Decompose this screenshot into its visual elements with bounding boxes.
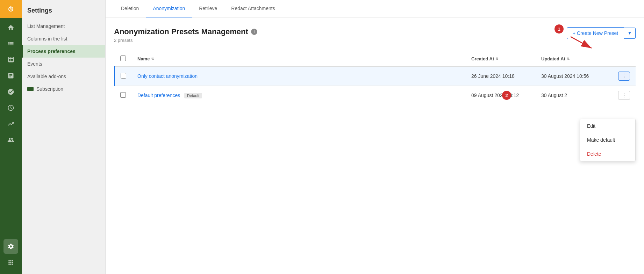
create-preset-dropdown-button[interactable]: ▼: [624, 28, 636, 39]
row-updated-cell: 30 August 2024 10:56: [536, 67, 613, 86]
content-area: Anonymization Presets Management i 2 pre…: [106, 17, 644, 274]
actions-dropdown-menu: Edit Make default Delete: [580, 119, 636, 161]
sidebar-item-process-preferences[interactable]: Process preferences: [22, 45, 105, 58]
tab-anonymization[interactable]: Anonymization: [146, 0, 192, 17]
preset-link-2[interactable]: Default preferences: [137, 92, 180, 98]
row-actions-button-2[interactable]: ⋮: [618, 91, 630, 100]
name-sort-icon[interactable]: ⇅: [151, 57, 154, 61]
preset-count: 2 presets: [114, 38, 257, 43]
th-updated-at: Updated At ⇅: [536, 51, 613, 67]
content-header: Anonymization Presets Management i 2 pre…: [114, 27, 636, 43]
select-all-checkbox[interactable]: [120, 55, 126, 61]
preset-link-1[interactable]: Only contact anonymization: [137, 73, 198, 79]
sidebar-item-columns-in-list[interactable]: Columns in the list: [22, 32, 105, 45]
row-checkbox-cell: [115, 86, 132, 105]
row-updated-cell: 30 August 2: [536, 86, 613, 105]
nav-settings-icon[interactable]: [3, 239, 18, 254]
subscription-icon: [27, 87, 34, 91]
created-sort-icon[interactable]: ⇅: [495, 57, 498, 61]
dropdown-item-edit[interactable]: Edit: [580, 119, 635, 133]
info-icon[interactable]: i: [251, 29, 257, 35]
header-actions: + Create New Preset ▼: [567, 27, 636, 39]
sidebar: Settings List Management Columns in the …: [22, 0, 106, 274]
icon-bar: [0, 0, 22, 274]
table-row: Only contact anonymization 26 June 2024 …: [115, 67, 636, 86]
nav-contact-icon[interactable]: [3, 84, 18, 99]
dropdown-item-delete[interactable]: Delete: [580, 147, 635, 161]
row-created-cell: 09 August 2023 08:12: [466, 86, 536, 105]
th-checkbox: [115, 51, 132, 67]
nav-home-icon[interactable]: [3, 20, 18, 35]
sidebar-item-list-management[interactable]: List Management: [22, 20, 105, 32]
row-created-cell: 26 June 2024 10:18: [466, 67, 536, 86]
th-created-at: Created At ⇅: [466, 51, 536, 67]
tab-retrieve[interactable]: Retrieve: [192, 0, 224, 17]
row-actions-cell: ⋮: [613, 86, 636, 105]
nav-clock-icon[interactable]: [3, 101, 18, 115]
row-checkbox-1[interactable]: [121, 73, 126, 79]
sidebar-title: Settings: [22, 7, 105, 20]
nav-analytics-icon[interactable]: [3, 117, 18, 131]
app-logo[interactable]: [0, 0, 22, 18]
sidebar-item-subscription[interactable]: Subscription: [22, 83, 105, 95]
row-checkbox-2[interactable]: [120, 92, 126, 98]
row-name-cell: Only contact anonymization: [132, 67, 466, 86]
sidebar-item-available-addons[interactable]: Available add-ons: [22, 70, 105, 83]
presets-table: Name ⇅ Created At ⇅ Updated At ⇅: [114, 51, 636, 105]
tab-redact-attachments[interactable]: Redact Attachments: [224, 0, 282, 17]
create-preset-button[interactable]: + Create New Preset: [567, 27, 624, 39]
dropdown-item-make-default[interactable]: Make default: [580, 133, 635, 147]
row-checkbox-cell: [115, 67, 132, 86]
page-title: Anonymization Presets Management i: [114, 27, 257, 36]
title-block: Anonymization Presets Management i 2 pre…: [114, 27, 257, 43]
nav-list-icon[interactable]: [3, 36, 18, 51]
main-content: Deletion Anonymization Retrieve Redact A…: [106, 0, 644, 274]
row-actions-cell: ⋮: [613, 67, 636, 86]
nav-table-icon[interactable]: [3, 52, 18, 67]
nav-apps-icon[interactable]: [3, 255, 18, 270]
updated-sort-icon[interactable]: ⇅: [567, 57, 570, 61]
sidebar-item-events[interactable]: Events: [22, 58, 105, 70]
row-actions-button-1[interactable]: ⋮: [618, 72, 630, 81]
row-name-cell: Default preferences Default: [132, 86, 466, 105]
th-actions: [613, 51, 636, 67]
tab-deletion[interactable]: Deletion: [114, 0, 146, 17]
nav-users-icon[interactable]: [3, 133, 18, 147]
th-name: Name ⇅: [132, 51, 466, 67]
default-badge: Default: [184, 93, 202, 98]
table-row: Default preferences Default 09 August 20…: [115, 86, 636, 105]
tabs: Deletion Anonymization Retrieve Redact A…: [106, 0, 644, 17]
nav-chart-icon[interactable]: [3, 68, 18, 83]
